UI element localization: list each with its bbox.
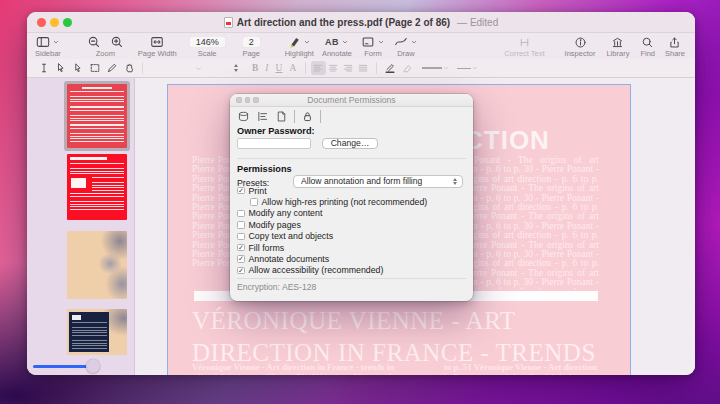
checkbox-row[interactable]: Allow high-res printing (not recommended… [237, 196, 466, 207]
document-icon [279, 112, 285, 121]
zoom-buttons: Zoom [87, 35, 124, 58]
checkbox[interactable] [250, 198, 258, 206]
page-thumbnail-2[interactable] [67, 154, 127, 220]
checkbox-label: Modify any content [249, 208, 323, 218]
align-left-button[interactable] [311, 61, 326, 75]
share-button[interactable]: Share [665, 35, 685, 58]
zoom-window-button[interactable] [63, 18, 72, 27]
traffic-lights [37, 12, 72, 32]
scale-value-field[interactable]: 146% [189, 36, 226, 48]
pdf-file-icon [224, 17, 233, 28]
divider [237, 158, 466, 159]
chevron-down-icon [343, 41, 347, 43]
line-style-dropdown[interactable] [422, 64, 450, 72]
permissions-tab-button[interactable] [301, 110, 314, 123]
checkbox[interactable] [237, 221, 245, 229]
checkbox-row[interactable]: Modify any content [237, 208, 466, 219]
dialog-titlebar[interactable]: Document Permissions [230, 94, 473, 107]
text-cursor-tool[interactable] [38, 62, 50, 74]
checkbox-label: Print [249, 186, 267, 196]
highlighter-icon [291, 38, 299, 48]
highlight-button[interactable]: Highlight [285, 35, 314, 58]
general-tab-button[interactable] [237, 110, 250, 123]
page-width-button[interactable]: Page Width [138, 35, 177, 58]
dialog-traffic-lights [236, 97, 259, 103]
checkbox[interactable] [237, 233, 245, 241]
checkbox[interactable]: ✓ [237, 267, 245, 275]
page-footer-text-left: Véronique Vienne - Art direction in Fran… [192, 362, 422, 375]
annotate-button[interactable]: AB Annotate [322, 35, 352, 58]
checkbox[interactable]: ✓ [237, 244, 245, 252]
dialog-zoom-button[interactable] [253, 97, 259, 103]
align-center-icon [330, 65, 338, 71]
minimize-button[interactable] [50, 18, 59, 27]
chevron-down-icon [412, 41, 416, 43]
inspector-button[interactable]: Inspector [565, 35, 596, 58]
document-tab-button[interactable] [275, 110, 288, 123]
page-thumbnail-1[interactable] [67, 84, 127, 148]
window-title-text: Art direction and the press.pdf (Page 2 … [237, 17, 450, 28]
line-style-icon [422, 67, 442, 69]
correct-text-icon [521, 39, 528, 46]
pencil-tool[interactable] [106, 62, 118, 74]
thumbnail-scrollbar-knob[interactable] [86, 359, 100, 373]
zoom-out-button[interactable] [87, 35, 101, 49]
dialog-minimize-button[interactable] [245, 97, 251, 103]
checkbox-row[interactable]: ✓Annotate documents [237, 253, 466, 264]
arrow-style-dropdown[interactable] [457, 64, 479, 72]
form-button[interactable]: Form [361, 35, 385, 58]
text-color-button[interactable]: A [289, 63, 296, 73]
align-justify-button[interactable] [356, 61, 371, 75]
desktop: Art direction and the press.pdf (Page 2 … [0, 0, 720, 404]
stack-icon [239, 112, 247, 120]
close-button[interactable] [37, 18, 46, 27]
checkbox[interactable]: ✓ [237, 255, 245, 263]
owner-password-field[interactable] [237, 138, 311, 149]
checkbox-row[interactable]: Modify pages [237, 219, 466, 230]
outline-tab-button[interactable] [256, 110, 269, 123]
underline-button[interactable]: U [276, 63, 283, 73]
align-left-icon [315, 65, 323, 71]
marquee-select-tool[interactable] [89, 62, 101, 74]
checkbox-label: Modify pages [249, 220, 301, 230]
divider [237, 278, 466, 279]
checkbox-row[interactable]: Copy text and objects [237, 231, 466, 242]
dialog-close-button[interactable] [236, 97, 242, 103]
select-cursor-tool[interactable] [72, 62, 84, 74]
checkbox[interactable] [237, 210, 245, 218]
window-titlebar[interactable]: Art direction and the press.pdf (Page 2 … [27, 12, 695, 33]
checkbox-row[interactable]: ✓Fill forms [237, 242, 466, 253]
sidebar-button[interactable]: Sidebar [35, 35, 61, 58]
italic-button[interactable]: I [265, 63, 268, 73]
lock-icon [305, 112, 311, 120]
find-button[interactable]: Find [640, 35, 655, 58]
chevron-down-icon [306, 41, 310, 43]
page-number-field[interactable]: 2 [242, 36, 261, 48]
page-thumbnail-3[interactable] [67, 231, 127, 299]
font-dropdown[interactable] [194, 64, 203, 73]
checkbox-row[interactable]: ✓Allow accessibility (recommended) [237, 265, 466, 276]
zoom-in-button[interactable] [110, 35, 124, 49]
align-center-button[interactable] [326, 61, 341, 75]
checkbox[interactable]: ✓ [237, 187, 245, 195]
hand-tool[interactable] [123, 62, 135, 74]
checkbox-row[interactable]: ✓Print [237, 185, 466, 196]
library-button[interactable]: Library [606, 35, 629, 58]
zoom-in-icon [112, 37, 121, 46]
pointer-tool[interactable] [55, 62, 67, 74]
page-thumbnail-4[interactable] [67, 309, 127, 355]
font-size-stepper[interactable] [231, 64, 240, 72]
align-justify-icon [360, 65, 368, 71]
checkbox-label: Allow high-res printing (not recommended… [262, 197, 428, 207]
page-width-icon [152, 38, 163, 47]
outline-icon [259, 112, 267, 120]
divider [320, 110, 321, 123]
line-color-button[interactable] [384, 62, 396, 74]
bold-button[interactable]: B [252, 63, 258, 73]
eraser-button[interactable] [401, 62, 413, 74]
owner-password-label: Owner Password: [237, 126, 315, 136]
library-icon [614, 38, 622, 46]
draw-button[interactable]: Draw [394, 35, 418, 58]
align-right-button[interactable] [341, 61, 356, 75]
change-password-button[interactable]: Change… [322, 138, 378, 150]
